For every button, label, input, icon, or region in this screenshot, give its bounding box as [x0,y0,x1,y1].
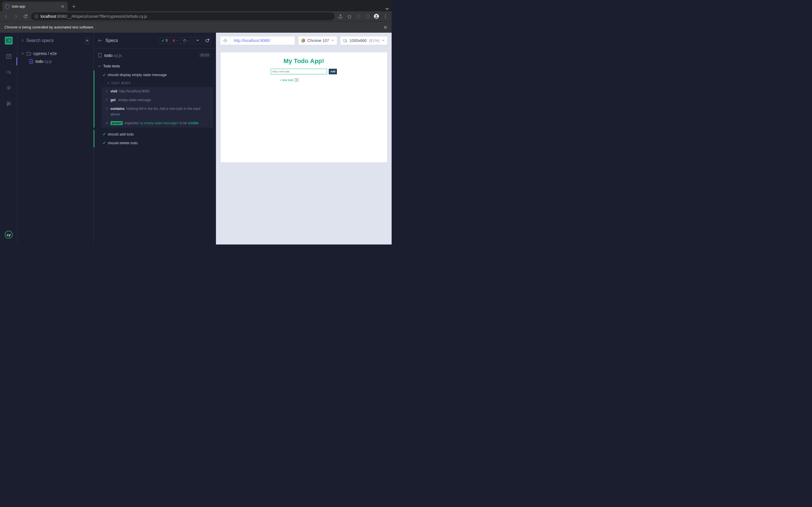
folder-label: cypress / e2e [33,51,57,56]
spec-ext: .cy.js [112,53,122,58]
runner-title: Specs [105,38,118,43]
check-icon [103,142,105,144]
selector-playground-icon[interactable] [220,36,231,45]
automation-banner: Chrome is being controlled by automated … [0,21,392,33]
viewport-selector[interactable]: 1000x660 (61%) [340,36,388,45]
bookmark-icon[interactable] [345,12,353,20]
todo-list: new todo X [223,74,384,82]
file-icon [29,59,33,64]
search-specs-input[interactable] [26,38,83,43]
runner-stats: 3 -- -- [159,37,211,45]
reload-button[interactable] [21,12,29,20]
runner-panel: Specs 3 -- -- todo.cy.js 00:03 Todo test… [94,33,216,244]
close-tab-icon[interactable] [60,4,65,9]
new-tab-button[interactable] [70,3,78,10]
svg-point-14 [22,40,23,41]
command-row[interactable]: 2get .empty-state-message [101,96,213,105]
address-bar[interactable]: localhost:8080/__/#/specs/runner?file=cy… [31,12,335,20]
test-body-label: TEST BODY [94,79,216,87]
menu-icon[interactable] [382,12,389,20]
next-test-button[interactable] [194,37,202,45]
add-todo-button[interactable]: Add [329,69,337,74]
specs-header [17,33,93,48]
back-to-specs-icon[interactable] [98,39,102,42]
settings-nav-icon[interactable] [5,84,13,92]
browser-tab-strip: todo-app [0,0,392,11]
viewport-size: 1000x660 [349,38,367,43]
cypress-favicon [5,4,10,9]
search-icon [21,38,24,43]
specs-panel: cypress / e2e todo.cy.js [17,33,94,244]
svg-rect-8 [6,39,11,42]
rerun-button[interactable] [203,37,211,45]
svg-point-7 [385,17,386,18]
browser-tab[interactable]: todo-app [2,2,68,11]
test-row[interactable]: should delete todo [94,138,216,147]
url-host: localhost [41,14,56,18]
todo-text: new todo [282,78,294,82]
todo-item: new todo X [280,78,384,82]
debug-nav-icon[interactable] [5,68,13,76]
check-icon [103,73,105,76]
spec-duration: 00:03 [198,53,211,58]
spec-file[interactable]: todo.cy.js [20,57,91,65]
profile-icon[interactable] [372,12,380,20]
new-spec-button[interactable] [85,37,89,44]
svg-point-11 [8,87,10,89]
stat-failed: -- [170,38,181,44]
test-title: should add todo [108,132,134,136]
preview-panel: http://localhost:8080/ Chrome 107 1000x6… [216,33,392,244]
chevron-down-icon [98,65,101,68]
browser-toolbar: localhost:8080/__/#/specs/runner?file=cy… [0,11,392,21]
delete-todo-button[interactable]: X [295,78,299,82]
spec-title-row[interactable]: todo.cy.js 00:03 [94,48,216,62]
app-title: My Todo App! [223,55,384,69]
forward-button[interactable] [12,12,20,20]
file-ext: .cy.js [43,59,52,64]
sidepanel-icon[interactable] [363,12,371,20]
stat-passed: 3 [159,38,170,44]
cypress-sidebar: cy [0,33,17,244]
viewport-icon [343,39,347,43]
extensions-icon[interactable] [354,12,362,20]
specs-nav-icon[interactable] [5,37,13,45]
svg-point-17 [225,40,225,41]
svg-point-5 [385,14,386,15]
test-title: should delete todo [108,141,138,145]
test-row[interactable]: should display empty state message [94,70,216,79]
todo-input[interactable] [271,69,327,74]
runs-nav-icon[interactable] [5,52,13,60]
command-row[interactable]: 1visit http://localhost:8080 [101,87,213,96]
svg-text:cy: cy [6,233,11,237]
preview-url-bar[interactable]: http://localhost:8080/ [220,36,295,45]
svg-point-4 [375,15,377,17]
command-row[interactable]: 3-contains Nothing left in the list. Add… [101,105,213,119]
app-under-test-frame: My Todo App! Add new todo X [216,48,392,244]
share-icon[interactable] [336,12,344,20]
keyboard-shortcuts-icon[interactable] [5,100,13,108]
stat-pending: -- [181,38,192,44]
cypress-app: cy cypress / e2e todo.cy.js Specs [0,33,392,244]
describe-title: Todo tests [103,64,120,68]
spec-folder[interactable]: cypress / e2e [20,50,91,57]
command-log: 1visit http://localhost:8080 2get .empty… [101,87,213,128]
folder-icon [27,52,31,55]
browser-selector[interactable]: Chrome 107 [298,36,337,45]
svg-point-10 [8,71,9,71]
close-banner-icon[interactable] [384,25,387,29]
browser-name: Chrome 107 [307,38,329,43]
tab-overflow-icon[interactable] [386,8,389,10]
command-row[interactable]: 4-assert expected <p.empty-state-message… [101,119,213,128]
describe-block[interactable]: Todo tests [94,62,216,70]
back-button[interactable] [2,12,10,20]
svg-rect-19 [345,41,347,42]
tab-title: todo-app [12,4,25,8]
automation-banner-text: Chrome is being controlled by automated … [4,25,94,29]
spec-tree: cypress / e2e todo.cy.js [17,48,93,66]
info-icon [35,14,38,18]
url-port: :8080 [56,14,66,18]
chrome-icon [301,39,305,43]
check-icon [103,133,105,135]
spec-name: todo [104,53,112,58]
test-row[interactable]: should add todo [94,130,216,138]
